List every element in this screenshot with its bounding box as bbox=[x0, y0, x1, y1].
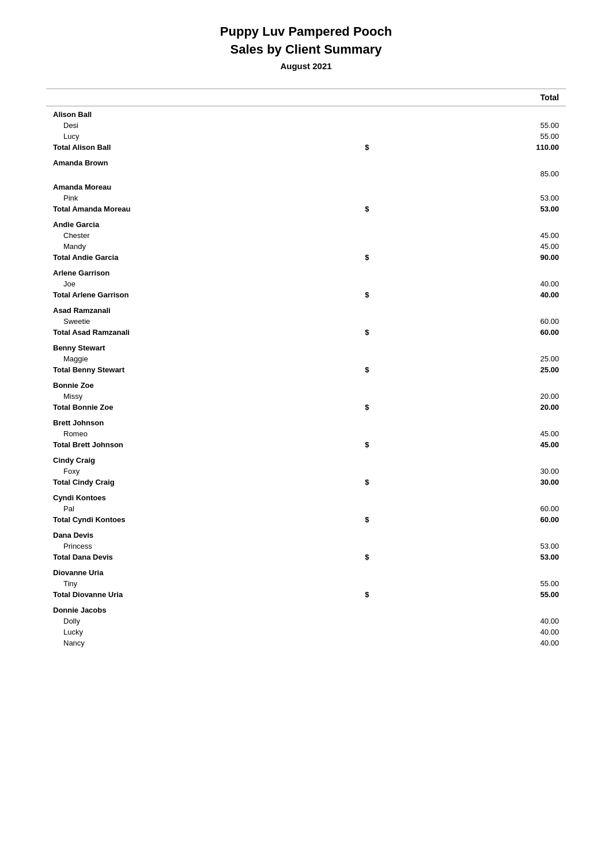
pet-name-cell: Pink bbox=[46, 193, 358, 203]
client-total-amount-cell: 40.00 bbox=[462, 289, 566, 303]
pet-amount-cell: 60.00 bbox=[462, 316, 566, 327]
client-total-row: Total Amanda Moreau $ 53.00 bbox=[46, 203, 566, 217]
client-name-cell: Cyndi Kontoes bbox=[46, 490, 566, 503]
pet-row: Foxy 30.00 bbox=[46, 466, 566, 477]
client-name-cell: Asad Ramzanali bbox=[46, 303, 566, 316]
pet-amount-cell: 40.00 bbox=[462, 278, 566, 289]
client-total-row: Total Brett Johnson $ 45.00 bbox=[46, 439, 566, 452]
client-total-label-cell: Total Amanda Moreau bbox=[46, 203, 358, 217]
client-total-row: Total Cyndi Kontoes $ 60.00 bbox=[46, 514, 566, 527]
client-total-row: Total Alison Ball $ 110.00 bbox=[46, 142, 566, 155]
client-name-cell: Benny Stewart bbox=[46, 340, 566, 353]
col-label-header bbox=[46, 89, 358, 106]
pet-name-cell: Chester bbox=[46, 230, 358, 241]
pet-amount-cell: 40.00 bbox=[462, 637, 566, 648]
pet-row: Princess 53.00 bbox=[46, 541, 566, 552]
client-total-label-cell: Total Asad Ramzanali bbox=[46, 327, 358, 340]
client-name-row: Amanda Moreau bbox=[46, 179, 566, 193]
pet-amount-cell: 55.00 bbox=[462, 578, 566, 589]
client-name-cell: Brett Johnson bbox=[46, 415, 566, 428]
pet-name-cell: Desi bbox=[46, 120, 358, 131]
client-name-cell: Amanda Moreau bbox=[46, 179, 566, 193]
client-total-label-cell: Total Arlene Garrison bbox=[46, 289, 358, 303]
pet-name-cell: Dolly bbox=[46, 616, 358, 627]
client-name-cell: Andie Garcia bbox=[46, 217, 566, 230]
pet-name-cell: Joe bbox=[46, 278, 358, 289]
client-total-amount-cell: 30.00 bbox=[462, 477, 566, 490]
pet-dollar-cell bbox=[358, 466, 462, 477]
client-name-cell: Bonnie Zoe bbox=[46, 378, 566, 391]
pet-amount-cell: 45.00 bbox=[462, 241, 566, 252]
client-name-row: Donnie Jacobs bbox=[46, 602, 566, 616]
pet-name-cell: Lucy bbox=[46, 131, 358, 142]
client-total-amount-cell: 60.00 bbox=[462, 514, 566, 527]
client-total-amount-cell: 45.00 bbox=[462, 439, 566, 452]
report-title-line1: Puppy Luv Pampered Pooch bbox=[46, 23, 566, 41]
pet-dollar-cell bbox=[358, 193, 462, 203]
client-name-row: Dana Devis bbox=[46, 527, 566, 541]
col-total-header: Total bbox=[462, 89, 566, 106]
client-total-amount-cell: 60.00 bbox=[462, 327, 566, 340]
pet-dollar-cell bbox=[358, 230, 462, 241]
pet-row: Dolly 40.00 bbox=[46, 616, 566, 627]
client-total-amount-cell: 25.00 bbox=[462, 364, 566, 378]
pet-row: Missy 20.00 bbox=[46, 391, 566, 402]
client-total-amount-cell: 55.00 bbox=[462, 589, 566, 602]
client-total-label-cell: Total Dana Devis bbox=[46, 552, 358, 565]
pet-row: Joe 40.00 bbox=[46, 278, 566, 289]
client-name-cell: Diovanne Uria bbox=[46, 565, 566, 578]
pet-amount-cell: 45.00 bbox=[462, 428, 566, 439]
client-name-row: Alison Ball bbox=[46, 106, 566, 120]
table-header-row: Total bbox=[46, 89, 566, 106]
pet-dollar-cell bbox=[358, 503, 462, 514]
client-name-row: Arlene Garrison bbox=[46, 265, 566, 278]
client-total-row: Total Cindy Craig $ 30.00 bbox=[46, 477, 566, 490]
pet-amount-cell: 30.00 bbox=[462, 466, 566, 477]
single-dollar-cell bbox=[358, 168, 462, 179]
pet-row: Lucy 55.00 bbox=[46, 131, 566, 142]
client-total-label-cell: Total Cyndi Kontoes bbox=[46, 514, 358, 527]
client-name-cell: Amanda Brown bbox=[46, 155, 566, 168]
client-name-row: Asad Ramzanali bbox=[46, 303, 566, 316]
report-date: August 2021 bbox=[46, 61, 566, 71]
pet-dollar-cell bbox=[358, 637, 462, 648]
pet-name-cell: Pal bbox=[46, 503, 358, 514]
client-total-label-cell: Total Bonnie Zoe bbox=[46, 402, 358, 415]
pet-name-cell: Romeo bbox=[46, 428, 358, 439]
pet-row: Pal 60.00 bbox=[46, 503, 566, 514]
client-name-cell: Donnie Jacobs bbox=[46, 602, 566, 616]
pet-row: Chester 45.00 bbox=[46, 230, 566, 241]
pet-name-cell: Princess bbox=[46, 541, 358, 552]
client-total-row: Total Arlene Garrison $ 40.00 bbox=[46, 289, 566, 303]
client-total-dollar-cell: $ bbox=[358, 439, 462, 452]
pet-dollar-cell bbox=[358, 428, 462, 439]
pet-name-cell: Foxy bbox=[46, 466, 358, 477]
report-table: Total Alison Ball Desi 55.00 Lucy 55.00 … bbox=[46, 88, 566, 648]
client-total-dollar-cell: $ bbox=[358, 364, 462, 378]
client-total-dollar-cell: $ bbox=[358, 142, 462, 155]
pet-dollar-cell bbox=[358, 578, 462, 589]
client-total-label-cell: Total Brett Johnson bbox=[46, 439, 358, 452]
client-name-cell: Alison Ball bbox=[46, 106, 566, 120]
pet-amount-cell: 20.00 bbox=[462, 391, 566, 402]
client-total-row: Total Andie Garcia $ 90.00 bbox=[46, 252, 566, 265]
pet-dollar-cell bbox=[358, 391, 462, 402]
pet-name-cell: Lucky bbox=[46, 627, 358, 637]
pet-name-cell: Mandy bbox=[46, 241, 358, 252]
client-total-amount-cell: 53.00 bbox=[462, 203, 566, 217]
pet-amount-cell: 55.00 bbox=[462, 131, 566, 142]
client-name-row: Brett Johnson bbox=[46, 415, 566, 428]
client-total-dollar-cell: $ bbox=[358, 327, 462, 340]
pet-dollar-cell bbox=[358, 541, 462, 552]
pet-amount-cell: 53.00 bbox=[462, 541, 566, 552]
pet-amount-cell: 45.00 bbox=[462, 230, 566, 241]
pet-amount-cell: 40.00 bbox=[462, 616, 566, 627]
report-title-line2: Sales by Client Summary bbox=[46, 41, 566, 59]
pet-dollar-cell bbox=[358, 353, 462, 364]
pet-amount-cell: 55.00 bbox=[462, 120, 566, 131]
client-name-cell: Dana Devis bbox=[46, 527, 566, 541]
pet-row: Nancy 40.00 bbox=[46, 637, 566, 648]
client-name-row: Bonnie Zoe bbox=[46, 378, 566, 391]
pet-dollar-cell bbox=[358, 316, 462, 327]
pet-row: Lucky 40.00 bbox=[46, 627, 566, 637]
